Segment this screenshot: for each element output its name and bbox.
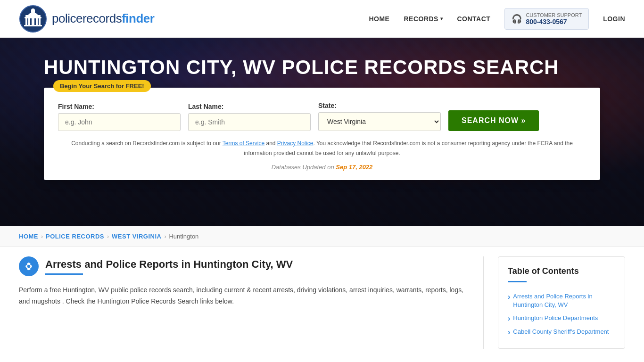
logo-icon	[19, 5, 47, 33]
site-header: policerecordsfinder HOME RECORDS ▾ CONTA…	[0, 0, 644, 38]
state-select[interactable]: AlabamaAlaskaArizonaArkansasCaliforniaCo…	[318, 112, 441, 131]
svg-point-11	[27, 265, 31, 268]
disclaimer-text: Conducting a search on Recordsfinder.com…	[58, 139, 586, 158]
first-name-label: First Name:	[58, 103, 181, 110]
breadcrumb-state[interactable]: West Virginia	[112, 233, 161, 240]
nav-contact[interactable]: CONTACT	[457, 15, 490, 23]
last-name-group: Last Name:	[188, 103, 311, 131]
db-updated: Databases Updated on Sep 17, 2022	[58, 164, 586, 171]
last-name-input[interactable]	[188, 113, 311, 131]
article-title-area: Arrests and Police Reports in Huntington…	[45, 258, 293, 275]
toc-item: Cabell County Sheriff's Department	[508, 325, 615, 339]
tos-link[interactable]: Terms of Service	[223, 140, 264, 147]
first-name-group: First Name:	[58, 103, 181, 131]
search-fields: First Name: Last Name: State: AlabamaAla…	[58, 102, 586, 131]
headset-icon: 🎧	[512, 14, 522, 24]
svg-rect-9	[39, 18, 41, 25]
content-right: Table of Contents Arrests and Police Rep…	[484, 256, 625, 349]
free-badge: Begin Your Search for FREE!	[53, 80, 151, 92]
badge-icon	[24, 262, 33, 271]
search-container: Begin Your Search for FREE! First Name: …	[44, 88, 600, 180]
toc-link[interactable]: Huntington Police Departments	[513, 314, 598, 322]
hero-title: HUNTINGTON CITY, WV POLICE RECORDS SEARC…	[44, 57, 600, 78]
last-name-label: Last Name:	[188, 103, 311, 110]
content-left: Arrests and Police Reports in Huntington…	[19, 256, 484, 349]
svg-rect-4	[25, 17, 41, 18]
search-button[interactable]: SEARCH NOW »	[448, 110, 539, 131]
support-label: CUSTOMER SUPPORT	[526, 12, 582, 18]
svg-rect-6	[28, 18, 30, 25]
nav-home[interactable]: HOME	[369, 15, 389, 23]
support-info: CUSTOMER SUPPORT 800-433-0567	[526, 12, 582, 25]
state-label: State:	[318, 102, 441, 109]
toc-divider	[508, 281, 527, 282]
toc-link[interactable]: Cabell County Sheriff's Department	[513, 328, 609, 336]
toc-link[interactable]: Arrests and Police Reports in Huntington…	[513, 292, 615, 309]
logo[interactable]: policerecordsfinder	[19, 5, 154, 33]
article-header: Arrests and Police Reports in Huntington…	[19, 256, 469, 276]
article-title-underline	[45, 273, 83, 275]
toc-list: Arrests and Police Reports in Huntington…	[508, 290, 615, 339]
hero-section: HUNTINGTON CITY, WV POLICE RECORDS SEARC…	[0, 38, 644, 226]
breadcrumb-city: Huntington	[169, 233, 198, 240]
svg-rect-5	[25, 18, 27, 25]
state-group: State: AlabamaAlaskaArizonaArkansasCalif…	[318, 102, 441, 131]
svg-rect-3	[25, 15, 41, 17]
breadcrumb-sep-1: ›	[41, 233, 43, 240]
breadcrumb: Home › Police Records › West Virginia › …	[0, 226, 644, 247]
article-title: Arrests and Police Reports in Huntington…	[45, 258, 293, 271]
toc-title: Table of Contents	[508, 266, 615, 276]
svg-rect-8	[36, 18, 38, 25]
main-content: Arrests and Police Reports in Huntington…	[0, 247, 644, 349]
customer-support-box: 🎧 CUSTOMER SUPPORT 800-433-0567	[504, 8, 589, 30]
breadcrumb-home[interactable]: Home	[19, 233, 38, 240]
breadcrumb-sep-3: ›	[164, 233, 166, 240]
svg-rect-10	[24, 25, 42, 26]
toc-item: Huntington Police Departments	[508, 312, 615, 325]
chevron-down-icon: ▾	[440, 16, 443, 21]
toc-item: Arrests and Police Reports in Huntington…	[508, 290, 615, 312]
breadcrumb-police-records[interactable]: Police Records	[46, 233, 104, 240]
nav-login[interactable]: LOGIN	[603, 15, 625, 23]
privacy-link[interactable]: Privacy Notice	[277, 140, 314, 147]
first-name-input[interactable]	[58, 113, 181, 131]
main-nav: HOME RECORDS ▾ CONTACT 🎧 CUSTOMER SUPPOR…	[369, 8, 625, 30]
article-icon	[19, 256, 39, 276]
support-number: 800-433-0567	[526, 18, 582, 25]
nav-records[interactable]: RECORDS ▾	[404, 15, 443, 23]
breadcrumb-sep-2: ›	[107, 233, 109, 240]
article-body: Perform a free Huntington, WV public pol…	[19, 285, 469, 307]
logo-text: policerecordsfinder	[52, 11, 154, 26]
svg-rect-7	[32, 18, 34, 25]
toc-box: Table of Contents Arrests and Police Rep…	[498, 256, 625, 349]
